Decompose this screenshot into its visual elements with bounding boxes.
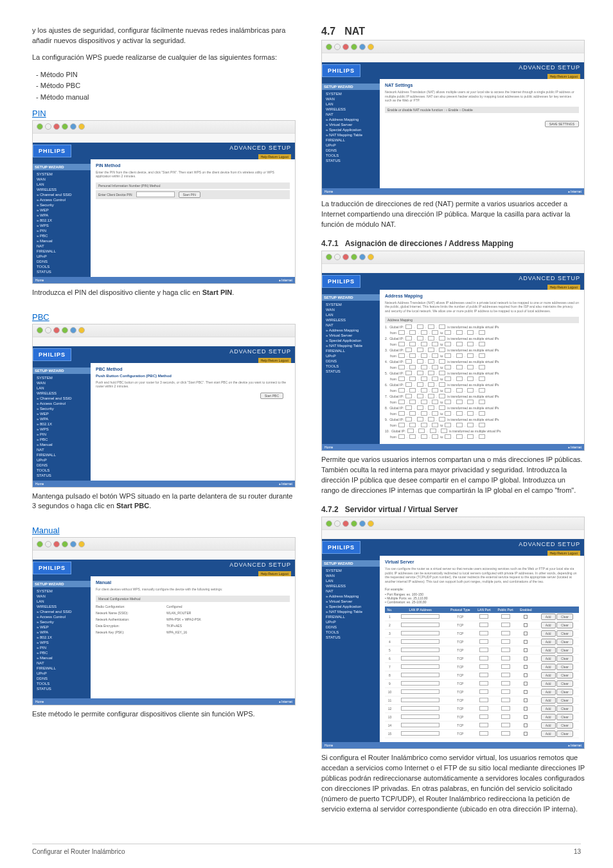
vs-clear-button[interactable]: Clear (556, 731, 573, 737)
vs-lanip-input[interactable] (401, 714, 440, 719)
addr-ip-octet[interactable] (418, 429, 425, 433)
sidebar-item[interactable]: WIRELESS (324, 583, 377, 589)
sidebar-item[interactable]: » Access Control (35, 401, 88, 406)
addr-ip-octet[interactable] (456, 365, 463, 369)
addr-ip-octet[interactable] (428, 417, 434, 421)
sidebar-item[interactable]: NAT (35, 660, 88, 666)
vs-pubport-input[interactable] (501, 673, 510, 677)
addr-ip-octet[interactable] (417, 324, 423, 329)
addr-ip-octet[interactable] (479, 423, 485, 427)
vs-proto-select[interactable]: TCP (447, 730, 475, 738)
addr-ip-octet[interactable] (439, 371, 445, 375)
sidebar-item[interactable]: DDNS (35, 463, 88, 468)
addr-ip-octet[interactable] (409, 330, 416, 335)
vs-clear-button[interactable]: Clear (556, 714, 573, 720)
addr-ip-octet[interactable] (445, 434, 451, 439)
vs-add-button[interactable]: Add (541, 714, 556, 720)
addr-ip-octet[interactable] (409, 388, 416, 393)
vs-add-button[interactable]: Add (541, 655, 556, 662)
addr-ip-octet[interactable] (439, 394, 445, 398)
vs-pubport-input[interactable] (501, 631, 510, 635)
vs-pubport-input[interactable] (501, 664, 510, 669)
sidebar-item[interactable]: DDNS (324, 148, 377, 153)
vs-add-button[interactable]: Add (541, 614, 556, 620)
addr-ip-octet[interactable] (398, 434, 405, 439)
sidebar-item[interactable]: » WPA (35, 213, 88, 218)
vs-lanport-input[interactable] (479, 689, 488, 694)
vs-pubport-input[interactable] (501, 639, 510, 644)
sidebar-item[interactable]: » WPS (35, 640, 88, 645)
vs-clear-button[interactable]: Clear (556, 705, 573, 712)
vs-lanip-input[interactable] (401, 731, 440, 736)
vs-add-button[interactable]: Add (541, 722, 556, 729)
vs-add-button[interactable]: Add (541, 705, 556, 712)
vs-lanport-input[interactable] (479, 714, 488, 719)
addr-ip-octet[interactable] (417, 348, 423, 352)
footer-home[interactable]: Home (324, 743, 333, 747)
sidebar-item[interactable]: DDNS (35, 259, 88, 264)
sidebar-item[interactable]: WAN (35, 177, 88, 182)
addr-ip-octet[interactable] (432, 423, 438, 427)
sidebar-item[interactable]: TOOLS (324, 364, 377, 369)
vs-enabled-checkbox[interactable] (524, 723, 528, 727)
addr-ip-octet[interactable] (421, 365, 427, 369)
addr-ip-octet[interactable] (409, 423, 416, 427)
sidebar-item[interactable]: DDNS (324, 624, 377, 630)
sidebar-item[interactable]: WAN (324, 96, 377, 102)
sidebar-item[interactable]: NAT (324, 112, 377, 117)
addr-ip-octet[interactable] (405, 359, 412, 364)
addr-ip-octet[interactable] (409, 400, 416, 404)
addr-ip-octet[interactable] (479, 342, 485, 346)
addr-ip-octet[interactable] (421, 400, 427, 404)
vs-lanport-input[interactable] (479, 623, 488, 627)
sidebar-item[interactable]: STATUS (324, 158, 377, 163)
addr-ip-octet[interactable] (467, 353, 474, 358)
addr-ip-octet[interactable] (467, 330, 474, 335)
vs-proto-select[interactable]: TCP (447, 613, 475, 621)
sidebar-item[interactable]: TOOLS (35, 468, 88, 473)
addr-ip-octet[interactable] (421, 330, 427, 335)
sidebar-item[interactable]: » Manual (35, 238, 88, 244)
sidebar-item[interactable]: WIRELESS (35, 187, 88, 192)
vs-lanport-input[interactable] (479, 731, 488, 736)
vs-clear-button[interactable]: Clear (556, 622, 573, 628)
vs-proto-select[interactable]: TCP (447, 688, 475, 696)
vs-lanip-input[interactable] (401, 723, 440, 727)
vs-enabled-checkbox[interactable] (524, 623, 528, 627)
addr-ip-octet[interactable] (428, 336, 434, 341)
sidebar-item[interactable]: TOOLS (35, 264, 88, 269)
vs-add-button[interactable]: Add (541, 647, 556, 653)
sidebar-item[interactable]: » Channel and SSID (35, 609, 88, 614)
vs-clear-button[interactable]: Clear (556, 672, 573, 678)
sidebar-item[interactable]: LAN (35, 182, 88, 187)
sidebar-item[interactable]: » Access Control (35, 197, 88, 202)
sidebar-item[interactable]: UPnP (35, 254, 88, 259)
vs-clear-button[interactable]: Clear (556, 630, 573, 637)
vs-lanip-input[interactable] (401, 656, 440, 660)
sidebar-item[interactable]: » Security (35, 202, 88, 208)
addr-ip-octet[interactable] (439, 382, 445, 387)
addr-ip-octet[interactable] (398, 330, 405, 335)
sidebar-item[interactable]: LAN (35, 385, 88, 391)
topbar-links[interactable]: Help Return Logout (547, 74, 580, 79)
vs-proto-select[interactable]: TCP (447, 630, 475, 638)
addr-ip-octet[interactable] (407, 429, 414, 433)
sidebar-item[interactable]: » Special Application (324, 127, 377, 132)
sidebar-item[interactable]: » WPS (35, 427, 88, 432)
addr-ip-octet[interactable] (421, 388, 427, 393)
addr-ip-octet[interactable] (428, 382, 434, 387)
sidebar-item[interactable]: » Address Mapping (324, 117, 377, 122)
vs-pubport-input[interactable] (501, 623, 510, 627)
sidebar-item[interactable]: » Manual (35, 442, 88, 447)
sidebar-item[interactable]: UPnP (324, 143, 377, 148)
vs-enabled-checkbox[interactable] (524, 615, 528, 619)
sidebar-item[interactable]: FIREWALL (324, 137, 377, 143)
addr-ip-octet[interactable] (417, 359, 423, 364)
sidebar-item[interactable]: FIREWALL (35, 666, 88, 671)
sidebar-item[interactable]: » PBC (35, 437, 88, 442)
vs-proto-select[interactable]: TCP (447, 638, 475, 646)
sidebar-item[interactable]: » Channel and SSID (35, 396, 88, 401)
addr-ip-octet[interactable] (432, 400, 438, 404)
addr-ip-octet[interactable] (432, 342, 438, 346)
sidebar-item[interactable]: » Security (35, 406, 88, 411)
